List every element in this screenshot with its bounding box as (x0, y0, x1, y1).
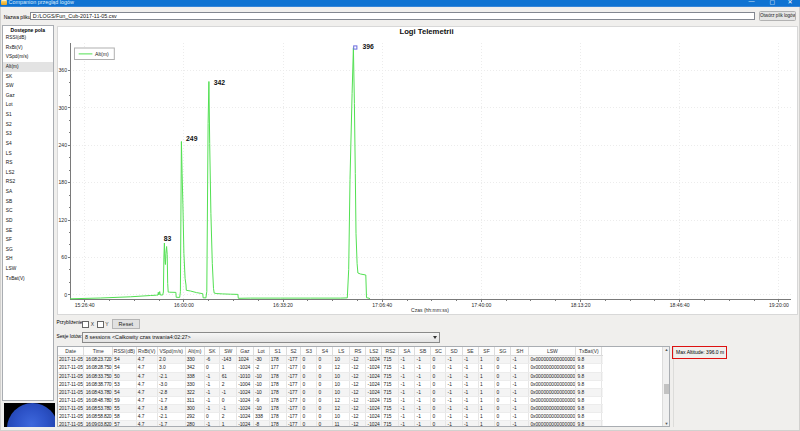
svg-text:16:33:20: 16:33:20 (273, 301, 293, 307)
svg-text:249: 249 (186, 134, 198, 141)
svg-text:17:40:00: 17:40:00 (471, 301, 491, 307)
svg-text:83: 83 (163, 235, 171, 242)
svg-text:120: 120 (58, 216, 67, 222)
svg-text:396: 396 (362, 43, 374, 50)
svg-text:180: 180 (58, 179, 67, 185)
svg-text:Logi Telemetrii: Logi Telemetrii (399, 27, 453, 36)
svg-text:19:20:00: 19:20:00 (768, 301, 788, 307)
svg-text:18:13:20: 18:13:20 (570, 301, 590, 307)
svg-text:Czas (hh:mm:ss): Czas (hh:mm:ss) (411, 306, 449, 312)
svg-text:0: 0 (64, 291, 67, 297)
svg-text:240: 240 (58, 142, 67, 148)
svg-text:18:46:40: 18:46:40 (669, 301, 689, 307)
svg-text:17:06:40: 17:06:40 (372, 301, 392, 307)
svg-text:16:00:00: 16:00:00 (173, 301, 193, 307)
svg-text:15:26:40: 15:26:40 (74, 301, 94, 307)
svg-text:360: 360 (58, 67, 67, 73)
svg-text:60: 60 (61, 254, 67, 260)
svg-text:Alt(m): Alt(m) (95, 51, 109, 57)
svg-text:300: 300 (58, 104, 67, 110)
svg-text:342: 342 (213, 78, 225, 85)
